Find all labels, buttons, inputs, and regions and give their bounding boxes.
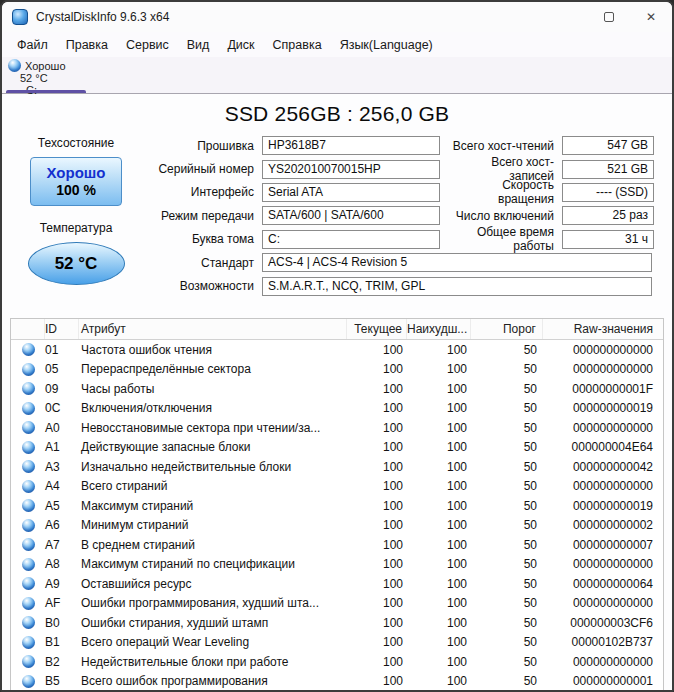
info-value-field: 547 GB <box>562 136 654 155</box>
info-row: Общее время работы 31 ч <box>450 228 654 251</box>
info-label: Интерфейс <box>150 185 262 199</box>
attribute-threshold: 50 <box>471 616 543 630</box>
table-row[interactable]: A8 Максимум стираний по спецификации 100… <box>11 555 663 575</box>
status-ok-icon <box>22 655 35 668</box>
status-ok-icon <box>22 616 35 629</box>
attribute-raw-value: 000000000000 <box>543 479 663 493</box>
attribute-id: AF <box>45 596 79 610</box>
table-row[interactable]: 0C Включения/отключения 100 100 50 00000… <box>11 399 663 419</box>
attribute-threshold: 50 <box>471 635 543 649</box>
table-row[interactable]: A4 Всего стираний 100 100 50 00000000000… <box>11 477 663 497</box>
attribute-name: В среднем стираний <box>79 538 347 552</box>
attribute-id: A5 <box>45 499 79 513</box>
attribute-id: B0 <box>45 616 79 630</box>
attribute-worst: 100 <box>407 479 471 493</box>
attribute-current: 100 <box>347 460 407 474</box>
row-status-cell <box>11 343 45 356</box>
table-row[interactable]: 01 Частота ошибок чтения 100 100 50 0000… <box>11 340 663 360</box>
header-raw-values[interactable]: Raw-значения <box>543 319 663 339</box>
attribute-id: A1 <box>45 440 79 454</box>
attribute-threshold: 50 <box>471 674 543 688</box>
attribute-current: 100 <box>347 557 407 571</box>
row-status-cell <box>11 577 45 590</box>
menu-item[interactable]: Сервис <box>117 35 178 55</box>
attribute-threshold: 50 <box>471 596 543 610</box>
header-id[interactable]: ID <box>45 319 79 339</box>
maximize-button[interactable] <box>588 2 630 32</box>
main-content: SSD 256GB : 256,0 GB Техсостояние Хорошо… <box>2 94 672 690</box>
table-row[interactable]: A3 Изначально недействительные блоки 100… <box>11 457 663 477</box>
attribute-name: Всего операций Wear Leveling <box>79 635 347 649</box>
app-window: CrystalDiskInfo 9.6.3 x64 ✕ Файл Правка … <box>0 0 674 692</box>
table-row[interactable]: A0 Невосстановимые сектора при чтении/за… <box>11 418 663 438</box>
menu-item[interactable]: Файл <box>8 35 57 55</box>
info-value-field: SATA/600 | SATA/600 <box>262 206 440 225</box>
title-bar[interactable]: CrystalDiskInfo 9.6.3 x64 ✕ <box>2 2 672 32</box>
info-row: Скорость вращения ---- (SSD) <box>450 181 654 204</box>
attribute-name: Действующие запасные блоки <box>79 440 347 454</box>
maximize-icon <box>604 12 614 22</box>
attribute-threshold: 50 <box>471 499 543 513</box>
table-row[interactable]: B5 Всего ошибок программирования 100 100… <box>11 672 663 692</box>
attribute-current: 100 <box>347 635 407 649</box>
drive-tab[interactable]: Хорошо 52 °C C: <box>2 57 90 93</box>
health-section-label: Техсостояние <box>2 136 150 150</box>
menu-item[interactable]: Справка <box>264 35 331 55</box>
info-label: Прошивка <box>150 139 262 153</box>
attribute-raw-value: 000000000000 <box>543 596 663 610</box>
drive-status-ok-icon <box>8 59 21 72</box>
health-status-button[interactable]: Хорошо 100 % <box>30 157 122 206</box>
close-icon: ✕ <box>646 10 656 24</box>
menu-item[interactable]: Правка <box>57 35 117 55</box>
header-threshold[interactable]: Порог <box>471 319 543 339</box>
disk-info-panel: Техсостояние Хорошо 100 % Температура 52… <box>2 132 672 316</box>
menu-item[interactable]: Диск <box>218 35 263 55</box>
attribute-threshold: 50 <box>471 655 543 669</box>
table-row[interactable]: A5 Максимум стираний 100 100 50 00000000… <box>11 496 663 516</box>
attribute-current: 100 <box>347 577 407 591</box>
attribute-raw-value: 000000000000 <box>543 362 663 376</box>
header-current[interactable]: Текущее <box>347 319 407 339</box>
status-ok-icon <box>22 636 35 649</box>
menu-item[interactable]: Язык(Language) <box>331 35 442 55</box>
header-worst[interactable]: Наихудш... <box>407 319 471 339</box>
row-status-cell <box>11 363 45 376</box>
attribute-current: 100 <box>347 401 407 415</box>
window-title: CrystalDiskInfo 9.6.3 x64 <box>36 10 169 24</box>
table-row[interactable]: AF Ошибки программирования, худший шта..… <box>11 594 663 614</box>
menu-item[interactable]: Вид <box>178 35 219 55</box>
table-row[interactable]: B2 Недействительные блоки при работе 100… <box>11 652 663 672</box>
attribute-worst: 100 <box>407 557 471 571</box>
info-value-field: HP3618B7 <box>262 136 440 155</box>
attribute-name: Всего стираний <box>79 479 347 493</box>
attribute-raw-value: 000000000000 <box>543 655 663 669</box>
table-row[interactable]: A1 Действующие запасные блоки 100 100 50… <box>11 438 663 458</box>
attribute-name: Ошибки стирания, худший штамп <box>79 616 347 630</box>
table-row[interactable]: 05 Перераспределённые сектора 100 100 50… <box>11 360 663 380</box>
table-row[interactable]: 09 Часы работы 100 100 50 00000000001F <box>11 379 663 399</box>
table-row[interactable]: A7 В среднем стираний 100 100 50 0000000… <box>11 535 663 555</box>
header-attribute[interactable]: Атрибут <box>79 319 347 339</box>
info-row: Число включений 25 раз <box>450 204 654 227</box>
table-row[interactable]: A9 Оставшийся ресурс 100 100 50 00000000… <box>11 574 663 594</box>
active-tab-indicator <box>6 90 86 93</box>
attribute-current: 100 <box>347 440 407 454</box>
close-button[interactable]: ✕ <box>630 2 672 32</box>
row-status-cell <box>11 558 45 571</box>
attribute-name: Максимум стираний по спецификации <box>79 557 347 571</box>
row-status-cell <box>11 636 45 649</box>
attribute-id: A9 <box>45 577 79 591</box>
info-row: Всего хост-чтений 547 GB <box>450 134 654 157</box>
attribute-worst: 100 <box>407 460 471 474</box>
status-ok-icon <box>22 480 35 493</box>
info-row: Стандарт ACS-4 | ACS-4 Revision 5 <box>150 251 652 274</box>
table-row[interactable]: A6 Минимум стираний 100 100 50 000000000… <box>11 516 663 536</box>
attribute-id: A3 <box>45 460 79 474</box>
table-row[interactable]: B1 Всего операций Wear Leveling 100 100 … <box>11 633 663 653</box>
attribute-threshold: 50 <box>471 460 543 474</box>
attribute-name: Минимум стираний <box>79 518 347 532</box>
table-row[interactable]: B0 Ошибки стирания, худший штамп 100 100… <box>11 613 663 633</box>
drive-tab-temperature: 52 °C <box>20 72 86 84</box>
attribute-id: A4 <box>45 479 79 493</box>
temperature-indicator[interactable]: 52 °C <box>28 242 125 285</box>
